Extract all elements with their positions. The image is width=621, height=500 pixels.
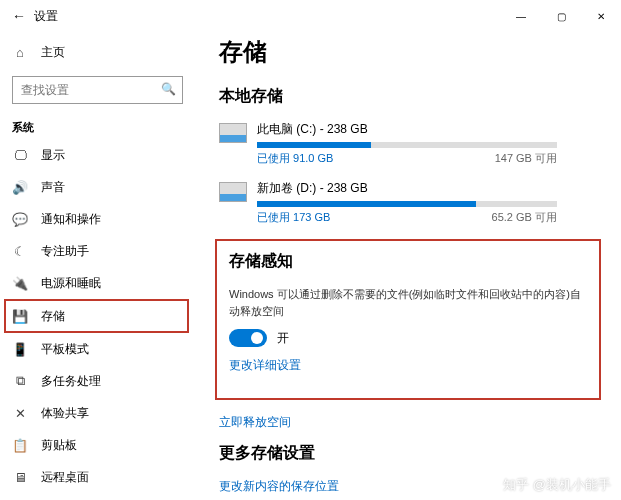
sidebar-item-8[interactable]: ✕体验共享: [0, 397, 195, 429]
maximize-button[interactable]: ▢: [541, 0, 581, 32]
sidebar-item-label: 显示: [41, 147, 65, 164]
storage-sense-toggle-row: 开: [229, 329, 587, 347]
sidebar-item-label: 多任务处理: [41, 373, 101, 390]
drive-icon: [219, 123, 247, 143]
drive-usage-bar: [257, 201, 557, 207]
title-bar: ← 设置 — ▢ ✕: [0, 0, 621, 32]
back-icon[interactable]: ←: [12, 8, 34, 24]
sidebar-item-0[interactable]: 🖵显示: [0, 139, 195, 171]
drive-used-label: 已使用 173 GB: [257, 210, 330, 225]
toggle-knob: [251, 332, 263, 344]
home-icon: ⌂: [12, 45, 28, 60]
sidebar-item-label: 平板模式: [41, 341, 89, 358]
search-input[interactable]: [12, 76, 183, 104]
sidebar-item-icon: 💬: [12, 212, 28, 227]
free-up-space-link[interactable]: 立即释放空间: [219, 414, 601, 431]
sidebar: ⌂ 主页 🔍 系统 🖵显示🔊声音💬通知和操作☾专注助手🔌电源和睡眠💾存储📱平板模…: [0, 32, 195, 500]
sidebar-item-7[interactable]: ⧉多任务处理: [0, 365, 195, 397]
drive-0[interactable]: 此电脑 (C:) - 238 GB 已使用 91.0 GB 147 GB 可用: [219, 121, 601, 166]
sidebar-item-label: 远程桌面: [41, 469, 89, 486]
sidebar-item-label: 声音: [41, 179, 65, 196]
sidebar-item-icon: 📋: [12, 438, 28, 453]
sidebar-item-icon: 🖵: [12, 148, 28, 163]
storage-sense-section: 存储感知 Windows 可以通过删除不需要的文件(例如临时文件和回收站中的内容…: [215, 239, 601, 400]
sidebar-item-9[interactable]: 📋剪贴板: [0, 429, 195, 461]
sidebar-item-icon: ☾: [12, 244, 28, 259]
sidebar-item-label: 电源和睡眠: [41, 275, 101, 292]
page-title: 存储: [219, 36, 601, 68]
sidebar-item-5[interactable]: 💾存储: [4, 299, 189, 333]
drive-free-label: 147 GB 可用: [495, 151, 557, 166]
close-button[interactable]: ✕: [581, 0, 621, 32]
sidebar-item-6[interactable]: 📱平板模式: [0, 333, 195, 365]
sidebar-item-label: 体验共享: [41, 405, 89, 422]
sidebar-item-icon: 🔊: [12, 180, 28, 195]
sidebar-home-label: 主页: [41, 44, 65, 61]
window-title: 设置: [34, 8, 58, 25]
sidebar-item-label: 通知和操作: [41, 211, 101, 228]
storage-sense-toggle[interactable]: [229, 329, 267, 347]
sidebar-group-header: 系统: [0, 114, 195, 139]
sidebar-item-11[interactable]: ⓘ关于: [0, 493, 195, 500]
storage-sense-description: Windows 可以通过删除不需要的文件(例如临时文件和回收站中的内容)自动释放…: [229, 286, 587, 319]
search-wrap: 🔍: [12, 76, 183, 104]
sidebar-item-icon: 🔌: [12, 276, 28, 291]
sidebar-item-4[interactable]: 🔌电源和睡眠: [0, 267, 195, 299]
configure-storage-sense-link[interactable]: 更改详细设置: [229, 357, 587, 374]
main-content: 存储 本地存储 此电脑 (C:) - 238 GB 已使用 91.0 GB 14…: [195, 32, 621, 500]
sidebar-item-2[interactable]: 💬通知和操作: [0, 203, 195, 235]
drive-used-label: 已使用 91.0 GB: [257, 151, 333, 166]
drive-icon: [219, 182, 247, 202]
sidebar-item-label: 剪贴板: [41, 437, 77, 454]
sidebar-item-icon: ✕: [12, 406, 28, 421]
sidebar-item-3[interactable]: ☾专注助手: [0, 235, 195, 267]
sidebar-item-icon: ⧉: [12, 373, 28, 389]
search-icon: 🔍: [161, 82, 176, 96]
minimize-button[interactable]: —: [501, 0, 541, 32]
sidebar-item-label: 专注助手: [41, 243, 89, 260]
window-controls: — ▢ ✕: [501, 0, 621, 32]
sidebar-item-icon: 🖥: [12, 470, 28, 485]
drive-name: 此电脑 (C:) - 238 GB: [257, 121, 601, 138]
sidebar-item-icon: 💾: [12, 309, 28, 324]
local-storage-header: 本地存储: [219, 86, 601, 107]
drive-usage-bar: [257, 142, 557, 148]
storage-sense-header: 存储感知: [229, 251, 587, 272]
more-storage-header: 更多存储设置: [219, 443, 601, 464]
watermark: 知乎 @装机小能手: [503, 476, 611, 494]
toggle-state-label: 开: [277, 330, 289, 347]
drive-name: 新加卷 (D:) - 238 GB: [257, 180, 601, 197]
sidebar-item-10[interactable]: 🖥远程桌面: [0, 461, 195, 493]
sidebar-item-1[interactable]: 🔊声音: [0, 171, 195, 203]
sidebar-item-label: 存储: [41, 308, 65, 325]
sidebar-home[interactable]: ⌂ 主页: [0, 36, 195, 68]
drive-1[interactable]: 新加卷 (D:) - 238 GB 已使用 173 GB 65.2 GB 可用: [219, 180, 601, 225]
sidebar-item-icon: 📱: [12, 342, 28, 357]
drive-free-label: 65.2 GB 可用: [492, 210, 557, 225]
